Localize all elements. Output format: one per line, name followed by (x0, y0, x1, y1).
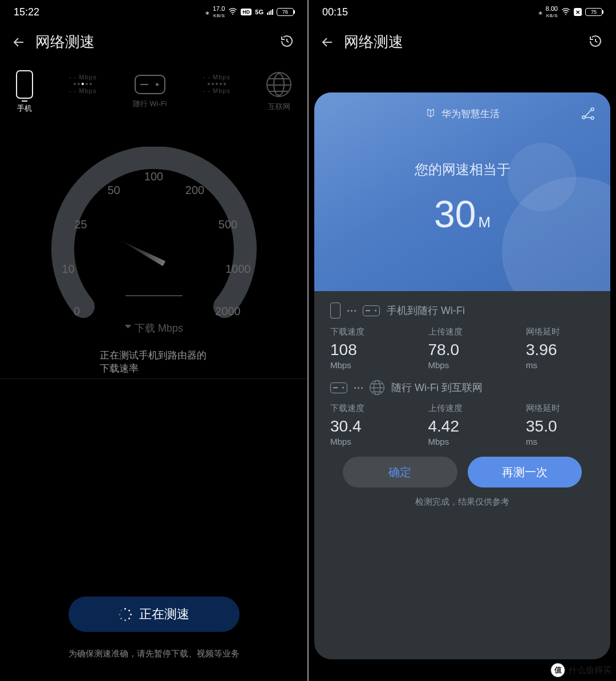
upload-metric: 上传速度78.0Mbps (428, 327, 497, 370)
gauge-status: 正在测试手机到路由器的下载速率 (100, 349, 208, 375)
modal-header: 华为智慧生活 您的网速相当于 30M (314, 92, 610, 291)
equivalent-speed: 30M (434, 192, 491, 236)
data-rate: 17.0KB/S (213, 6, 225, 18)
status-badge: ✕ (574, 8, 582, 16)
status-bar: 15:22 ⁎ 17.0KB/S HD 5G 76 (0, 0, 307, 22)
gauge-tick: 50 (107, 184, 120, 197)
modal-body: 手机到随行 Wi-Fi 下载速度108Mbps 上传速度78.0Mbps 网络延… (314, 291, 610, 659)
svg-point-4 (591, 116, 594, 119)
retest-button[interactable]: 再测一次 (468, 457, 582, 487)
dots-icon (354, 387, 363, 389)
gauge-tick: 200 (185, 184, 204, 197)
right-screen: 00:15 ⁎ 8.00KB/S ✕ 75 网络测速 测速完成 为确保测速准确，… (309, 0, 616, 681)
gauge-tick: 500 (218, 218, 237, 231)
router-icon (363, 305, 380, 316)
node-internet: 互联网 (266, 72, 291, 112)
top-bar: 网络测速 (0, 22, 307, 59)
download-metric: 下载速度108Mbps (330, 327, 399, 370)
link-router-internet: - - Mbps - - Mbps (167, 74, 266, 94)
bluetooth-icon: ⁎ (538, 7, 542, 17)
phone-icon (330, 303, 341, 319)
watermark-icon: 值 (550, 663, 565, 678)
latency-metric: 网络延时35.0ms (526, 403, 594, 446)
hd-badge: HD (241, 9, 252, 15)
node-router: 随行 Wi-Fi (133, 75, 167, 109)
link-phone-router: - - Mbps - - Mbps (33, 74, 133, 94)
node-phone: 手机 (16, 70, 33, 114)
router-icon (330, 382, 347, 393)
history-button[interactable] (589, 34, 602, 50)
footer-note: 为确保测速准确，请先暂停下载、视频等业务 (0, 648, 307, 659)
gauge-tick: 1000 (225, 263, 251, 276)
gauge-tick: 2000 (215, 305, 241, 318)
signal-icon (267, 9, 273, 15)
modal-footnote: 检测完成，结果仅供参考 (330, 487, 594, 517)
battery-icon: 76 (277, 8, 294, 16)
status-time: 15:22 (14, 6, 39, 18)
share-button[interactable] (581, 106, 595, 123)
ok-button[interactable]: 确定 (343, 457, 457, 487)
wifi-icon (561, 7, 570, 17)
router-icon (135, 75, 165, 94)
spinner-icon (119, 608, 131, 620)
segment-router-internet: 随行 Wi-Fi 到互联网 下载速度30.4Mbps 上传速度4.42Mbps … (330, 380, 594, 446)
gauge-tick: 100 (144, 170, 163, 183)
network-type: 5G (255, 9, 264, 15)
svg-point-0 (232, 13, 233, 14)
history-button[interactable] (280, 34, 294, 50)
topology-diagram: 手机 - - Mbps - - Mbps 随行 Wi-Fi - - Mbps -… (0, 59, 307, 122)
status-bar: 00:15 ⁎ 8.00KB/S ✕ 75 (309, 0, 616, 22)
back-button[interactable] (320, 35, 335, 50)
battery-icon: 75 (585, 8, 602, 16)
triangle-down-icon (124, 325, 131, 332)
gauge-tick: 25 (74, 218, 87, 231)
brand-logo-icon (425, 107, 436, 120)
back-button[interactable] (11, 35, 26, 50)
test-button[interactable]: 正在测速 (68, 597, 240, 632)
page-title: 网络测速 (344, 32, 403, 52)
brand: 华为智慧生活 (425, 107, 500, 120)
globe-icon (266, 72, 291, 97)
segment-phone-router: 手机到随行 Wi-Fi 下载速度108Mbps 上传速度78.0Mbps 网络延… (330, 303, 594, 370)
dots-icon (347, 310, 356, 312)
page-title: 网络测速 (35, 32, 95, 52)
gauge-label: 下载 Mbps (124, 321, 183, 335)
bluetooth-icon: ⁎ (205, 7, 209, 17)
download-metric: 下载速度30.4Mbps (330, 403, 399, 446)
divider (0, 378, 307, 379)
top-bar: 网络测速 (309, 22, 616, 59)
upload-metric: 上传速度4.42Mbps (428, 403, 497, 446)
wifi-icon (228, 7, 237, 17)
svg-point-1 (565, 13, 566, 14)
data-rate: 8.00KB/S (546, 6, 558, 18)
phone-icon (16, 70, 33, 99)
latency-metric: 网络延时3.96ms (526, 327, 594, 370)
equivalent-label: 您的网速相当于 (415, 160, 510, 179)
watermark: 值 什么值得买 (550, 663, 611, 678)
left-screen: 15:22 ⁎ 17.0KB/S HD 5G 76 网络测速 手机 - - Mb (0, 0, 307, 681)
gauge-tick: 10 (62, 263, 74, 276)
speed-gauge: 0 10 25 50 100 200 500 1000 2000 下载 Mbps… (0, 133, 307, 373)
status-time: 00:15 (322, 6, 348, 18)
result-modal: 华为智慧生活 您的网速相当于 30M 手机到随行 Wi-Fi 下载速度108Mb… (314, 92, 610, 659)
globe-icon (370, 380, 384, 395)
gauge-tick: 0 (74, 305, 80, 318)
gauge-baseline (125, 295, 183, 296)
